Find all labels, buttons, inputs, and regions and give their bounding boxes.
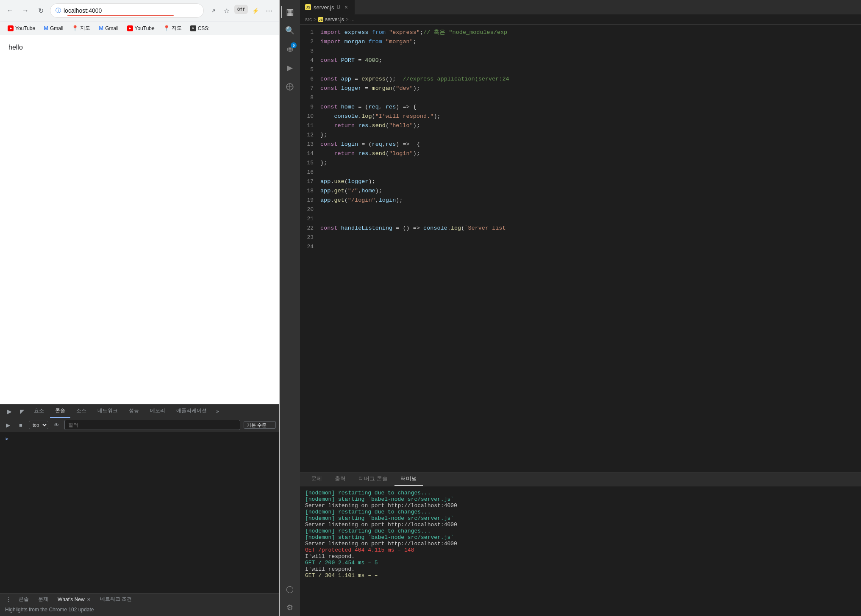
bottom-tab-issues[interactable]: 문제 — [34, 594, 53, 605]
tab-elements[interactable]: 요소 — [29, 405, 49, 418]
panel-tab-output[interactable]: 출력 — [329, 472, 352, 486]
console-level-select[interactable]: 기본 수준 — [244, 421, 276, 429]
term-line-4: [nodemon] restarting due to changes... — [305, 509, 856, 515]
refresh-button[interactable]: ↻ — [35, 5, 47, 17]
tab-close-button[interactable]: × — [343, 4, 350, 11]
console-filter-input[interactable] — [64, 420, 240, 430]
breadcrumb-js-icon: JS — [318, 17, 323, 22]
code-line-14: 14 return res.send("login"); — [300, 149, 861, 158]
breadcrumb-src: src — [305, 17, 312, 22]
line-content-17: app.use(logger); — [320, 177, 861, 186]
line-num-11: 11 — [300, 121, 320, 130]
devtools-bottom-content: Highlights from the Chrome 102 update — [0, 605, 279, 616]
console-clear-btn[interactable]: ▶ — [3, 420, 13, 430]
bookmark-maps-2[interactable]: 📍 지도 — [160, 23, 185, 33]
line-content-4: const PORT = 4000; — [320, 56, 861, 65]
bookmark-gmail-1[interactable]: M Gmail — [40, 24, 67, 33]
tab-memory[interactable]: 메모리 — [145, 405, 170, 418]
console-block-btn[interactable]: ■ — [16, 420, 25, 430]
line-content-2: import morgan from "morgan"; — [320, 37, 861, 47]
activity-explorer[interactable]: ▦ — [281, 3, 298, 20]
gmail-icon-1: M — [44, 25, 48, 31]
whats-new-text: Highlights from the Chrome 102 update — [5, 607, 94, 613]
maps-icon-2: 📍 — [163, 25, 170, 31]
bookmark-gmail-2[interactable]: M Gmail — [95, 24, 122, 33]
activity-run[interactable]: ▶ — [281, 59, 298, 76]
bottom-tab-whats-new[interactable]: What's New ✕ — [53, 594, 95, 605]
line-num-6: 6 — [300, 75, 320, 84]
extension-off-button[interactable]: Off — [234, 5, 248, 14]
panel-tabs: 문제 출력 디버그 콘솔 터미널 — [300, 472, 861, 486]
browser-nav: ← → ↻ ⓘ ↗ ☆ Off ⚡ ⋯ — [0, 0, 279, 21]
whats-new-close[interactable]: ✕ — [87, 597, 91, 602]
bookmarks-bar: YouTube M Gmail 📍 지도 M Gmail YouTube 📍 지… — [0, 21, 279, 35]
activity-settings[interactable]: ⚙ — [281, 599, 298, 616]
devtools-more-btn[interactable]: » — [213, 406, 222, 417]
forward-button[interactable]: → — [19, 5, 31, 17]
terminal-content: [nodemon] restarting due to changes... [… — [300, 486, 861, 616]
extension-extra-button[interactable]: ⚡ — [250, 5, 261, 17]
line-content-6: const app = express(); //express applica… — [320, 75, 861, 84]
code-line-7: 7 const logger = morgan("dev"); — [300, 84, 861, 93]
term-line-11: I'will respond. — [305, 553, 856, 560]
code-editor[interactable]: 1 import express from "express";// 혹은 "n… — [300, 25, 861, 472]
console-prompt-char[interactable]: > — [5, 436, 8, 442]
devtools-dots-btn[interactable]: ⋮ — [3, 594, 14, 605]
tab-network[interactable]: 네트워크 — [92, 405, 123, 418]
line-num-1: 1 — [300, 28, 320, 37]
user-icon: ◯ — [286, 585, 294, 593]
search-icon: 🔍 — [285, 26, 294, 35]
activity-search[interactable]: 🔍 — [281, 22, 298, 39]
activity-git[interactable]: ⛂ 5 — [281, 41, 298, 58]
line-content-20 — [320, 205, 861, 214]
back-button[interactable]: ← — [4, 5, 16, 17]
bookmark-label: 지도 — [172, 25, 182, 32]
activity-extensions[interactable]: ⨁ — [281, 78, 298, 95]
line-num-21: 21 — [300, 214, 320, 224]
address-input[interactable] — [64, 7, 198, 14]
panel-tab-terminal[interactable]: 터미널 — [394, 472, 423, 486]
run-icon: ▶ — [287, 63, 293, 72]
bookmark-label: Gmail — [50, 25, 63, 31]
line-num-24: 24 — [300, 242, 320, 252]
panel-tab-problems[interactable]: 문제 — [305, 472, 328, 486]
browser-chrome: ← → ↻ ⓘ ↗ ☆ Off ⚡ ⋯ YouTube M — [0, 0, 279, 35]
gear-icon: ⚙ — [286, 603, 293, 612]
line-num-10: 10 — [300, 112, 320, 121]
bottom-tab-console[interactable]: 콘솔 — [14, 594, 33, 605]
term-line-14: GET / 304 1.101 ms – – — [305, 572, 856, 579]
console-eye-btn[interactable]: 👁 — [52, 420, 61, 430]
share-button[interactable]: ↗ — [207, 5, 219, 17]
term-line-9: Server listening on port http://localhos… — [305, 541, 856, 547]
address-underline-decoration — [67, 15, 174, 16]
tab-sources[interactable]: 소스 — [71, 405, 92, 418]
line-num-15: 15 — [300, 158, 320, 168]
tab-application[interactable]: 애플리케이션 — [171, 405, 212, 418]
explorer-icon: ▦ — [286, 7, 294, 17]
devtools-inspect-btn[interactable]: ▶ — [3, 405, 15, 417]
panel-tab-debug-console[interactable]: 디버그 콘솔 — [353, 472, 394, 486]
nav-actions: ↗ ☆ Off ⚡ ⋯ — [207, 5, 275, 17]
line-num-18: 18 — [300, 186, 320, 196]
bookmark-youtube-1[interactable]: YouTube — [4, 24, 39, 33]
bookmark-button[interactable]: ☆ — [221, 5, 233, 17]
bottom-tab-network-conditions[interactable]: 네트워크 조건 — [96, 594, 136, 605]
line-num-9: 9 — [300, 103, 320, 112]
activity-user[interactable]: ◯ — [281, 580, 298, 597]
lock-icon: ⓘ — [56, 7, 61, 14]
code-line-2: 2 import morgan from "morgan"; — [300, 37, 861, 47]
whats-new-label: What's New — [58, 597, 85, 602]
bookmark-css[interactable]: M CSS: — [187, 24, 213, 33]
line-content-16 — [320, 168, 861, 177]
tab-console[interactable]: 콘솔 — [50, 405, 70, 418]
console-context-select[interactable]: top — [29, 421, 48, 429]
code-line-8: 8 — [300, 93, 861, 103]
bookmark-youtube-2[interactable]: YouTube — [124, 24, 158, 33]
devtools-bottom: ⋮ 콘솔 문제 What's New ✕ 네트워크 조건 Highlights … — [0, 593, 279, 616]
tab-performance[interactable]: 성능 — [124, 405, 144, 418]
bookmark-maps-1[interactable]: 📍 지도 — [68, 23, 94, 33]
js-file-icon: JS — [305, 4, 311, 10]
extensions-button[interactable]: ⋯ — [263, 5, 275, 17]
editor-tab-server-js[interactable]: JS server.js U × — [300, 0, 355, 15]
devtools-device-btn[interactable]: ◤ — [16, 405, 28, 417]
